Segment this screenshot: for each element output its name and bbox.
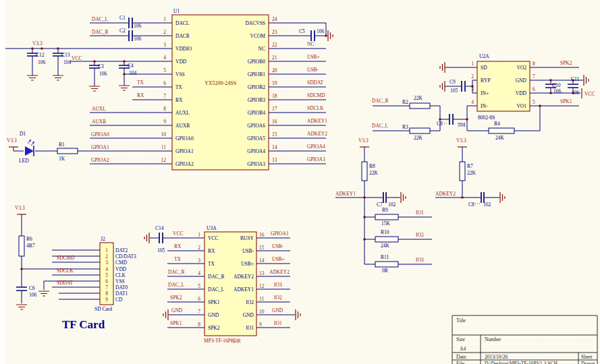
net-label: RX [137, 92, 144, 98]
pin-number: 8 [198, 322, 200, 328]
cap-value: 104 [129, 70, 137, 76]
pin-name: VDD [516, 90, 527, 96]
net-label: IO2 [416, 232, 424, 238]
ref-des: U2A [479, 53, 489, 59]
titleblock-sheet-label: Sheet [581, 354, 593, 360]
pin-number: 15 [259, 245, 265, 251]
pin-number: 11 [259, 296, 264, 302]
res-value: 0R [382, 268, 388, 274]
r9-resistor [375, 214, 398, 220]
r2-resistor [410, 103, 430, 109]
pin-name: BUSY [240, 235, 254, 241]
pin-name: VO1 [516, 103, 526, 109]
pin-name: SD [481, 65, 487, 71]
pin-number: 3 [198, 257, 200, 264]
res-value: 24K [495, 135, 505, 141]
diode-ref: D1 [20, 131, 26, 137]
net-label: SDDAT [307, 80, 324, 86]
res-value: 22K [467, 170, 476, 176]
net-label: DAC_R [92, 29, 109, 35]
titleblock-drawn-label: Drawn [581, 361, 595, 364]
pin-number: 5 [105, 272, 108, 278]
pin-number: 4 [105, 266, 108, 272]
pin-number: 23 [272, 29, 277, 35]
cap-ref: C2 [119, 28, 126, 34]
net-label: GND [272, 307, 283, 313]
cap-value: 105 [450, 88, 458, 94]
cap-value: 106 [572, 90, 580, 96]
part-value: MP3-TF-16P模块 [204, 338, 242, 344]
pin-number: 12 [161, 157, 167, 163]
cap-ref: C9 [449, 79, 456, 85]
pin-number: 6 [105, 278, 108, 284]
pin-number: 1 [471, 61, 474, 67]
power-label: V3.3 [7, 138, 17, 144]
pin-number: 4 [471, 99, 474, 105]
cap-value: 106 [317, 28, 325, 34]
pin-name: GND [208, 312, 219, 318]
res-value: 15K [381, 220, 391, 226]
cap-ref: C13 [61, 52, 70, 58]
pin-number: 22 [272, 42, 277, 48]
pin-name: DAT0 [115, 284, 128, 291]
res-value: 22K [369, 170, 379, 176]
cap-value: 106 [134, 23, 142, 29]
pin-name: DACR [175, 33, 190, 39]
net-label: USB+ [307, 54, 320, 60]
net-label: VCC [173, 231, 183, 237]
titleblock-file-label: File: [456, 361, 466, 364]
net-label: USB+ [272, 256, 285, 262]
pin-number: 4 [198, 270, 200, 276]
pin-name: IN+ [481, 90, 489, 96]
pin-number: 14 [272, 144, 277, 150]
pin-name: USB+ [241, 261, 254, 267]
pin-number: 8 [533, 61, 535, 67]
titleblock-file-value: D:\Desktop\MP3-TF-16PV1.3.SCH [485, 361, 558, 364]
net-label: IO1 [274, 320, 282, 326]
r3-resistor [410, 128, 430, 133]
cap-ref: C6 [29, 285, 35, 291]
titleblock-size-value: A4 [460, 346, 466, 352]
pin-number: 3 [105, 260, 108, 266]
titleblock-number-label: Number [485, 336, 501, 342]
net-label: SPK2 [560, 60, 572, 66]
pin-number: 10 [259, 309, 265, 315]
pin-name: GPIOB4 [248, 110, 266, 116]
net-label: TX [137, 80, 144, 86]
pin-number: 7 [198, 309, 200, 315]
pin-number: 6 [533, 86, 535, 92]
net-label: USB- [272, 243, 284, 249]
res-value: 4R7 [26, 243, 35, 249]
pin-number: 10 [161, 131, 167, 138]
pin-number: 5 [198, 283, 200, 289]
res-value: 22K [414, 135, 423, 141]
cap-value: 106 [29, 292, 37, 298]
pin-name: GPIOA6 [247, 123, 265, 129]
pin-name: VSS [175, 71, 185, 78]
r4-resistor [489, 128, 514, 133]
ref-des: U3A [207, 225, 217, 231]
pin-number: 16 [272, 119, 277, 125]
cap-ref: C8 [437, 121, 443, 127]
power-label: V3.3 [15, 205, 25, 211]
pin-number: 6 [198, 296, 200, 302]
cap-value: 106 [99, 71, 107, 77]
titleblock-size-label: Size [456, 336, 466, 342]
net-label: RX [174, 243, 182, 249]
power-label: V3.3 [32, 40, 43, 47]
cap-value: 105 [157, 247, 165, 253]
net-label: SDCLK [57, 268, 74, 274]
pin-name: VDDIO [175, 46, 192, 52]
cap-value: 104 [458, 122, 466, 128]
pin-name: CMD [115, 260, 128, 266]
cap-ref: C11 [571, 76, 579, 82]
connector-name: SD Card [94, 306, 112, 312]
res-ref: R8 [369, 163, 375, 169]
pin-number: 3 [471, 86, 474, 92]
pin-name: GND [243, 312, 254, 318]
pin-name: GPIOA0 [175, 135, 194, 142]
pin-name: GPIOB3 [248, 97, 266, 103]
cap-ref: C5 [299, 28, 305, 34]
pin-number: 2 [163, 29, 166, 35]
sheet-left-margin [0, 0, 5, 364]
